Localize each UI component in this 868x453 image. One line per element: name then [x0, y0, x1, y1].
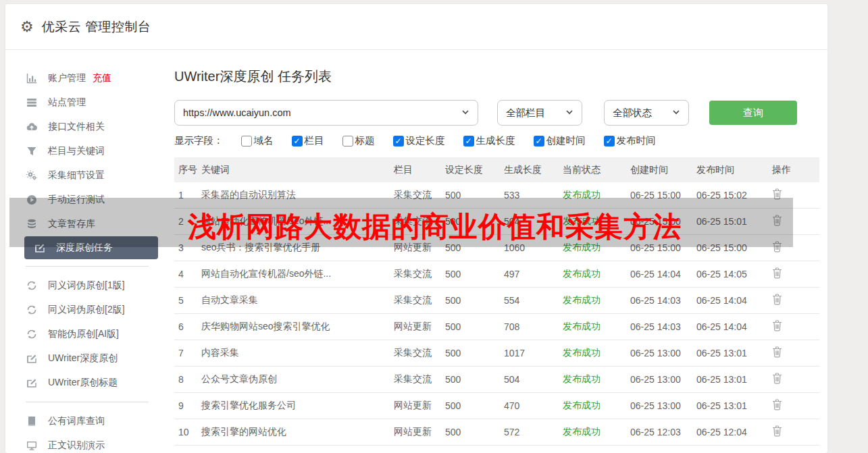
- trash-icon[interactable]: [772, 373, 782, 384]
- sidebar-item-0-1[interactable]: 站点管理: [5, 90, 169, 115]
- keyword-cell: 网站自动化宣传机器/seo外链...: [197, 268, 390, 280]
- field-checkbox-0[interactable]: 域名: [241, 134, 274, 147]
- field-checkbox-5[interactable]: ✓创建时间: [534, 134, 586, 147]
- gear-icon: ⚙: [20, 20, 34, 34]
- cloud-upload-icon: [26, 122, 37, 133]
- keyword-cell: 搜索引擎优化服务公司: [197, 400, 390, 412]
- column-header: 操作: [768, 164, 819, 176]
- sidebar-item-0-0[interactable]: 账户管理充值: [5, 66, 169, 90]
- sidebar-item-label: 接口文件相关: [48, 121, 105, 133]
- site-select[interactable]: https://www.ucaiyun.com: [174, 100, 478, 126]
- created-time-cell: 06-25 14:04: [626, 269, 692, 279]
- created-time-cell: 06-25 14:03: [626, 295, 692, 306]
- refresh-icon: [26, 280, 37, 292]
- field-checkbox-label: 域名: [254, 134, 274, 147]
- sidebar-item-1-1[interactable]: 同义词伪原创[2版]: [5, 298, 169, 322]
- trash-icon[interactable]: [772, 294, 782, 305]
- checkbox-checked-icon: ✓: [292, 136, 303, 146]
- column-header: 创建时间: [626, 164, 692, 176]
- table-row: 4网站自动化宣传机器/seo外链...采集交流500497发布成功06-25 1…: [174, 261, 819, 288]
- gears-icon: [26, 170, 37, 182]
- sidebar-item-0-3[interactable]: 栏目与关键词: [5, 139, 169, 163]
- sidebar-item-label: 同义词伪原创[2版]: [48, 304, 125, 316]
- gen-length-cell: 708: [500, 321, 559, 332]
- sidebar-item-2-0[interactable]: 公有词库查询: [5, 409, 169, 433]
- table-row: 9搜索引擎优化服务公司网站更新500470发布成功06-25 13:0006-2…: [174, 393, 819, 419]
- field-checkbox-label: 发布时间: [617, 134, 656, 147]
- checkbox-checked-icon: ✓: [534, 136, 544, 146]
- sidebar-divider: [26, 266, 149, 267]
- query-button[interactable]: 查询: [709, 101, 797, 125]
- sidebar-item-1-2[interactable]: 智能伪原创[AI版]: [5, 322, 169, 346]
- sidebar-item-0-4[interactable]: 采集细节设置: [5, 163, 169, 188]
- sidebar-item-1-3[interactable]: UWriter深度原创: [5, 346, 169, 371]
- publish-time-cell: 06-25 14:04: [692, 321, 768, 332]
- status-select[interactable]: 全部状态: [604, 100, 689, 126]
- sidebar-item-label: 正文识别演示: [48, 439, 105, 452]
- chevron-down-icon: [565, 107, 573, 118]
- category-cell: 采集交流: [390, 373, 441, 385]
- sidebar-item-2-1[interactable]: 正文识别演示: [5, 433, 169, 453]
- category-cell: 采集交流: [390, 347, 441, 359]
- publish-time-cell: 06-25 13:01: [692, 374, 768, 385]
- trash-icon[interactable]: [772, 399, 782, 410]
- sidebar-item-1-4[interactable]: UWriter原创标题: [5, 371, 169, 395]
- sidebar-item-label: 同义词伪原创[1版]: [48, 279, 125, 292]
- site-select-value: https://www.ucaiyun.com: [183, 107, 461, 118]
- status-cell: 发布成功: [559, 347, 626, 359]
- column-header: 发布时间: [692, 164, 768, 176]
- created-time-cell: 06-25 13:00: [626, 374, 692, 385]
- trash-icon[interactable]: [772, 425, 782, 437]
- sidebar-item-label: 智能伪原创[AI版]: [48, 328, 119, 340]
- row-index: 6: [174, 321, 197, 332]
- field-checkbox-1[interactable]: ✓栏目: [292, 134, 324, 147]
- column-header: 当前状态: [559, 164, 626, 176]
- sidebar-item-1-0[interactable]: 同义词伪原创[1版]: [5, 273, 169, 298]
- field-checkbox-3[interactable]: ✓设定长度: [393, 134, 445, 147]
- set-length-cell: 500: [441, 400, 500, 411]
- column-header: 设定长度: [441, 164, 500, 176]
- watermark-text: 浅析网路大数据的商业价值和采集方法: [188, 208, 682, 246]
- table-row: 10搜索引擎的网站优化网站更新500572发布成功06-25 12:0306-2…: [174, 419, 819, 446]
- column-header: 生成长度: [500, 164, 559, 176]
- field-checkbox-6[interactable]: ✓发布时间: [604, 134, 656, 147]
- set-length-cell: 500: [441, 427, 500, 437]
- chevron-down-icon: [461, 107, 469, 118]
- set-length-cell: 500: [441, 348, 500, 358]
- keyword-cell: 自动文章采集: [197, 294, 390, 307]
- row-index: 8: [174, 374, 197, 385]
- refresh-icon: [26, 329, 37, 340]
- field-checkbox-label: 栏目: [305, 134, 324, 147]
- field-checkbox-2[interactable]: 标题: [342, 134, 375, 147]
- keyword-cell: 内容采集: [197, 347, 390, 359]
- status-cell: 发布成功: [559, 294, 626, 307]
- app-header: ⚙ 优采云 管理控制台: [5, 4, 827, 50]
- edit-icon: [26, 377, 37, 389]
- trash-icon[interactable]: [772, 346, 782, 358]
- field-checkbox-4[interactable]: ✓生成长度: [463, 134, 515, 147]
- table-row: 8公众号文章伪原创采集交流500504发布成功06-25 13:0006-25 …: [174, 367, 819, 393]
- row-index: 7: [174, 348, 197, 358]
- status-cell: 发布成功: [559, 373, 626, 385]
- checkbox-checked-icon: ✓: [393, 136, 404, 146]
- gen-length-cell: 572: [500, 427, 559, 437]
- checkbox-unchecked-icon: [241, 136, 252, 146]
- publish-time-cell: 06-25 14:05: [692, 269, 768, 279]
- trash-icon[interactable]: [772, 267, 782, 279]
- gen-length-cell: 504: [500, 374, 559, 385]
- checkbox-checked-icon: ✓: [463, 136, 474, 146]
- category-select[interactable]: 全部栏目: [497, 100, 582, 126]
- page-title: UWriter深度原创 任务列表: [174, 68, 819, 86]
- publish-time-cell: 06-25 13:01: [692, 348, 768, 358]
- category-cell: 采集交流: [390, 268, 441, 280]
- publish-time-cell: 06-25 14:04: [692, 295, 768, 306]
- category-cell: 网站更新: [390, 426, 441, 438]
- publish-time-cell: 06-25 13:01: [692, 400, 768, 411]
- recharge-link[interactable]: 充值: [93, 72, 111, 84]
- table-row: 5自动文章采集采集交流500554发布成功06-25 14:0306-25 14…: [174, 288, 819, 314]
- app-title: 优采云 管理控制台: [42, 18, 151, 36]
- checkbox-checked-icon: ✓: [604, 136, 615, 146]
- trash-icon[interactable]: [772, 320, 782, 331]
- sidebar-item-0-2[interactable]: 接口文件相关: [5, 115, 169, 139]
- row-index: 10: [174, 427, 197, 437]
